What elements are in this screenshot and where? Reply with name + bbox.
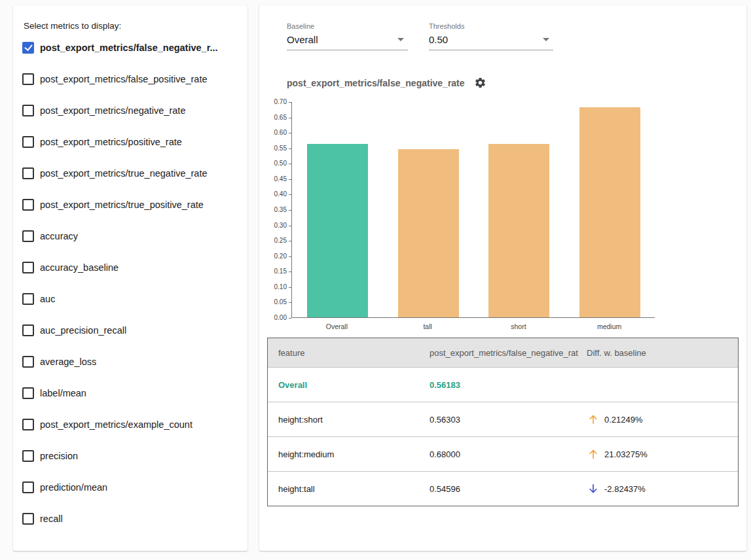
checkbox-unchecked-icon[interactable] bbox=[22, 481, 34, 493]
thresholds-dropdown-group: Thresholds 0.50 bbox=[429, 22, 553, 50]
baseline-selected-value: Overall bbox=[287, 34, 318, 45]
metric-label: auc bbox=[40, 294, 55, 304]
bar-overall[interactable] bbox=[307, 144, 368, 317]
y-axis-tick-mark bbox=[289, 271, 291, 272]
metric-label: post_export_metrics/positive_rate bbox=[40, 137, 182, 147]
metric-checkbox-item[interactable]: auc bbox=[22, 283, 238, 315]
metric-checkbox-item[interactable]: post_export_metrics/true_negative_rate bbox=[22, 158, 238, 189]
checkbox-unchecked-icon[interactable] bbox=[22, 136, 34, 148]
metric-checkbox-item[interactable]: prediction/mean bbox=[22, 472, 238, 503]
thresholds-selected-value: 0.50 bbox=[429, 34, 448, 45]
metric-label: label/mean bbox=[40, 388, 86, 398]
settings-gear-icon[interactable] bbox=[474, 77, 486, 89]
metric-label: average_loss bbox=[40, 357, 96, 367]
metric-checkbox-item[interactable]: accuracy bbox=[22, 220, 238, 252]
metric-checkbox-item[interactable]: post_export_metrics/example_count bbox=[22, 409, 238, 440]
y-axis-tick-label: 0.40 bbox=[259, 190, 289, 198]
diff-value: -2.82437% bbox=[604, 484, 646, 494]
results-panel: Baseline Overall Thresholds 0.50 post_ex… bbox=[259, 5, 746, 551]
diff-cell: 21.03275% bbox=[579, 447, 738, 461]
checkbox-unchecked-icon[interactable] bbox=[22, 230, 34, 242]
bar-short[interactable] bbox=[488, 144, 549, 317]
checkbox-unchecked-icon[interactable] bbox=[22, 262, 34, 273]
metric-checkbox-item[interactable]: accuracy_baseline bbox=[22, 252, 238, 283]
chart-title: post_export_metrics/false_negative_rate bbox=[287, 78, 465, 88]
checkbox-checked-icon[interactable] bbox=[22, 42, 34, 54]
y-axis-tick-mark bbox=[289, 210, 291, 211]
checkbox-unchecked-icon[interactable] bbox=[22, 105, 34, 116]
baseline-dropdown[interactable]: Overall bbox=[287, 34, 408, 50]
metric-label: post_export_metrics/true_negative_rate bbox=[40, 168, 208, 179]
table-row: height:medium0.6800021.03275% bbox=[268, 436, 738, 471]
y-axis-tick-label: 0.30 bbox=[259, 222, 289, 229]
x-axis-label: medium bbox=[597, 323, 621, 330]
metrics-table: featurepost_export_metrics/false_negativ… bbox=[267, 338, 739, 506]
checkbox-unchecked-icon[interactable] bbox=[22, 199, 34, 211]
baseline-dropdown-group: Baseline Overall bbox=[287, 22, 408, 50]
metric-checkbox-item[interactable]: post_export_metrics/positive_rate bbox=[22, 126, 238, 158]
y-axis-tick-mark bbox=[289, 241, 291, 241]
bar-tall[interactable] bbox=[398, 149, 459, 317]
y-axis-tick-mark bbox=[289, 102, 291, 103]
y-axis-tick-label: 0.35 bbox=[259, 206, 289, 213]
metric-label: post_export_metrics/true_positive_rate bbox=[40, 200, 204, 210]
diff-cell: 0.21249% bbox=[579, 413, 738, 426]
y-axis-tick-mark bbox=[289, 118, 291, 118]
value-cell: 0.54596 bbox=[430, 484, 579, 494]
feature-cell: height:short bbox=[268, 415, 430, 425]
metric-checkbox-item[interactable]: auc_precision_recall bbox=[22, 315, 238, 346]
table-row: height:tall0.54596-2.82437% bbox=[268, 471, 738, 506]
y-axis-tick-mark bbox=[289, 318, 291, 319]
controls-row: Baseline Overall Thresholds 0.50 bbox=[287, 22, 746, 50]
chevron-down-icon bbox=[543, 38, 549, 41]
arrow-down-icon bbox=[587, 482, 600, 495]
y-axis-tick-mark bbox=[289, 256, 291, 257]
y-axis-tick-label: 0.20 bbox=[259, 253, 289, 260]
feature-cell: Overall bbox=[268, 380, 430, 390]
metric-label: auc_precision_recall bbox=[40, 325, 126, 336]
metric-checkbox-item[interactable]: post_export_metrics/false_negative_r... bbox=[22, 32, 238, 63]
checkbox-unchecked-icon[interactable] bbox=[22, 167, 34, 179]
metric-checkbox-item[interactable]: recall bbox=[22, 503, 238, 534]
y-axis-tick-label: 0.00 bbox=[259, 314, 289, 321]
thresholds-label: Thresholds bbox=[429, 22, 553, 30]
metric-checkbox-item[interactable]: post_export_metrics/negative_rate bbox=[22, 95, 238, 126]
arrow-up-icon bbox=[587, 447, 600, 461]
metric-label: accuracy_baseline bbox=[40, 262, 119, 273]
metric-checkbox-item[interactable]: post_export_metrics/false_positive_rate bbox=[22, 63, 238, 95]
diff-cell: -2.82437% bbox=[579, 482, 738, 495]
diff-value: 21.03275% bbox=[604, 449, 648, 459]
checkbox-unchecked-icon[interactable] bbox=[22, 387, 34, 399]
metric-label: post_export_metrics/example_count bbox=[40, 419, 192, 430]
y-axis-tick-mark bbox=[289, 287, 291, 288]
checkbox-unchecked-icon[interactable] bbox=[22, 513, 34, 525]
bar-medium[interactable] bbox=[579, 107, 640, 317]
metric-checkbox-item[interactable]: post_export_metrics/true_positive_rate bbox=[22, 189, 238, 220]
feature-cell: height:medium bbox=[268, 449, 430, 459]
chart-plot-area bbox=[291, 102, 655, 318]
thresholds-dropdown[interactable]: 0.50 bbox=[429, 34, 553, 50]
checkbox-unchecked-icon[interactable] bbox=[22, 73, 34, 85]
checkbox-unchecked-icon[interactable] bbox=[22, 356, 34, 368]
metric-label: precision bbox=[40, 451, 78, 461]
y-axis-tick-mark bbox=[289, 302, 291, 303]
y-axis-tick-mark bbox=[289, 194, 291, 195]
checkbox-unchecked-icon[interactable] bbox=[22, 419, 34, 430]
metric-selector-panel: Select metrics to display: post_export_m… bbox=[13, 5, 247, 551]
y-axis-tick-label: 0.10 bbox=[259, 283, 289, 290]
checkbox-unchecked-icon[interactable] bbox=[22, 324, 34, 336]
metric-checkbox-item[interactable]: precision bbox=[22, 440, 238, 472]
metric-checkbox-item[interactable]: average_loss bbox=[22, 346, 238, 377]
metric-checkbox-item[interactable]: label/mean bbox=[22, 377, 238, 409]
table-header-row: featurepost_export_metrics/false_negativ… bbox=[268, 338, 738, 367]
checkbox-unchecked-icon[interactable] bbox=[22, 293, 34, 305]
chart-header: post_export_metrics/false_negative_rate bbox=[287, 77, 746, 89]
metric-label: post_export_metrics/negative_rate bbox=[40, 105, 185, 116]
value-cell: 0.56183 bbox=[430, 380, 579, 390]
y-axis-tick-label: 0.65 bbox=[259, 114, 289, 121]
y-axis-tick-mark bbox=[289, 179, 291, 180]
y-axis-tick-label: 0.25 bbox=[259, 237, 289, 244]
chevron-down-icon bbox=[397, 38, 404, 41]
checkbox-unchecked-icon[interactable] bbox=[22, 450, 34, 462]
metric-label: post_export_metrics/false_positive_rate bbox=[40, 74, 208, 84]
